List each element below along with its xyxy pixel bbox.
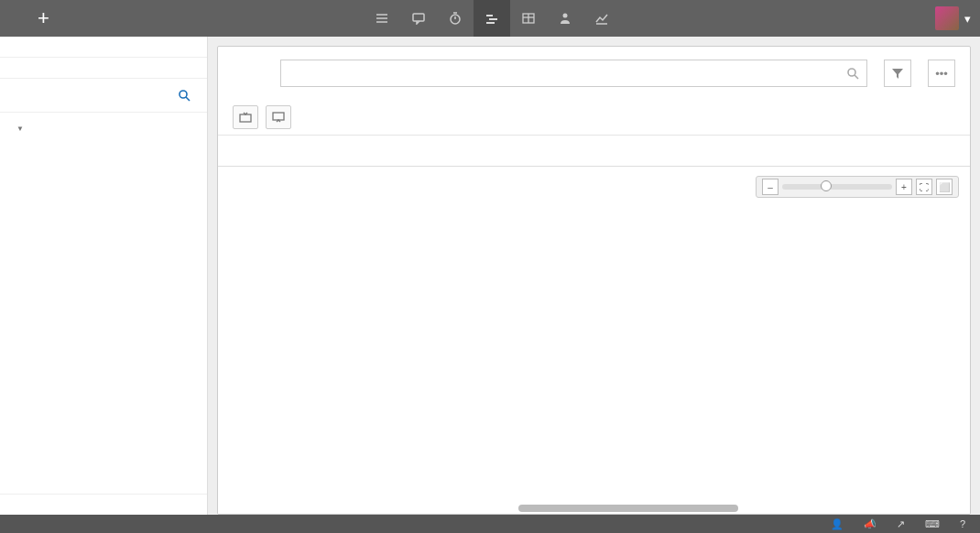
svg-point-17 <box>848 69 855 76</box>
svg-rect-19 <box>240 114 251 122</box>
feedback-link[interactable]: 📣 <box>864 518 880 530</box>
panel-header: ••• <box>218 47 970 100</box>
search-icon[interactable] <box>178 89 191 102</box>
nav-dashboard[interactable] <box>0 37 207 58</box>
timer-view-icon[interactable] <box>437 0 474 37</box>
zoom-in-icon[interactable]: + <box>896 179 912 195</box>
help-link[interactable]: ? <box>960 518 969 529</box>
zoom-control[interactable]: – + ⛶ ⬜ <box>756 176 959 198</box>
workload-view-icon[interactable] <box>547 0 583 37</box>
search-input[interactable] <box>289 67 846 81</box>
svg-rect-20 <box>273 113 284 120</box>
shortcuts-link[interactable]: ⌨ <box>925 518 943 530</box>
timeline-view-icon[interactable] <box>474 0 510 37</box>
zoom-thumb[interactable] <box>821 180 832 191</box>
filter-button[interactable] <box>884 60 911 87</box>
tree-group[interactable] <box>0 116 207 138</box>
svg-point-15 <box>180 91 187 98</box>
gantt-body[interactable] <box>218 167 970 514</box>
expand-all-button[interactable] <box>233 105 258 129</box>
list-view-icon[interactable] <box>364 0 400 37</box>
svg-rect-3 <box>413 14 424 21</box>
svg-line-16 <box>186 97 190 101</box>
add-users-link[interactable]: 👤 <box>831 518 847 530</box>
zoom-out-icon[interactable]: – <box>762 179 779 195</box>
zoom-slider[interactable] <box>782 184 892 190</box>
zoom-fit-icon[interactable]: ⛶ <box>916 179 932 195</box>
svg-line-18 <box>855 75 858 79</box>
search-box[interactable] <box>280 60 867 87</box>
collapse-all-button[interactable] <box>266 105 291 129</box>
horizontal-scrollbar[interactable] <box>518 505 738 512</box>
nav-stream[interactable] <box>0 58 207 79</box>
comment-view-icon[interactable] <box>400 0 437 37</box>
view-switcher <box>49 0 935 37</box>
footer: 👤 📣 ↗ ⌨ ? <box>0 515 980 533</box>
svg-point-13 <box>563 14 568 18</box>
nav-reports[interactable] <box>0 494 207 515</box>
more-button[interactable]: ••• <box>928 60 955 87</box>
sidebar <box>0 37 208 515</box>
app-header: + ▾ <box>0 0 980 37</box>
zoom-full-icon[interactable]: ⬜ <box>936 179 953 195</box>
main-area: ••• – + ⛶ ⬜ <box>208 37 980 515</box>
search-submit-icon[interactable] <box>846 67 859 80</box>
analytics-view-icon[interactable] <box>583 0 620 37</box>
gantt-chart[interactable]: – + ⛶ ⬜ <box>218 136 970 514</box>
add-button[interactable]: + <box>38 6 49 30</box>
table-view-icon[interactable] <box>510 0 547 37</box>
nav-folders[interactable] <box>0 79 207 113</box>
content-panel: ••• – + ⛶ ⬜ <box>217 46 971 515</box>
user-menu[interactable]: ▾ <box>935 6 971 30</box>
folder-tree <box>0 113 207 494</box>
avatar <box>935 6 959 30</box>
gantt-toolbar <box>218 100 970 136</box>
spread-link[interactable]: ↗ <box>897 518 909 530</box>
gantt-header <box>218 136 970 167</box>
